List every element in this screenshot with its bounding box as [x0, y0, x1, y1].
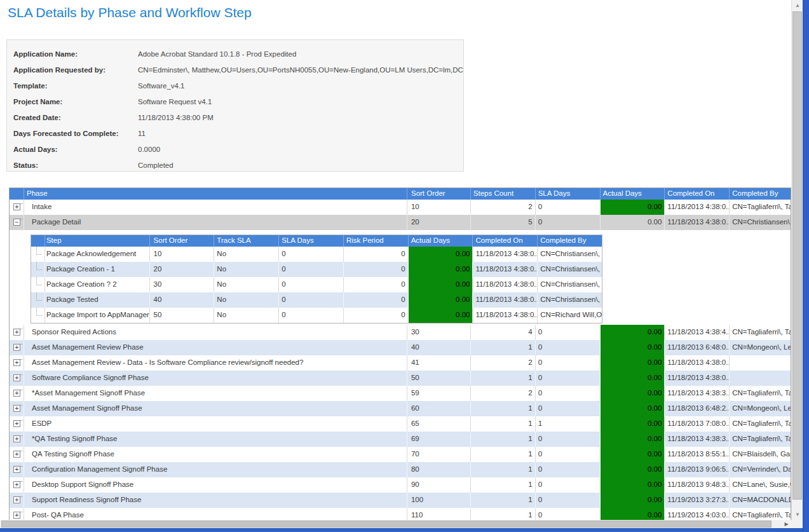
track-sla-cell: No — [214, 292, 278, 308]
actual-days-cell: 0.00 — [600, 401, 665, 416]
completed-by-cell: CN=Christiansen\, ... — [537, 247, 602, 262]
track-sla-cell: No — [214, 262, 278, 277]
sla-days-column-header: SLA Days — [278, 235, 343, 247]
steps-count-cell: 1 — [470, 447, 535, 462]
expand-icon[interactable]: + — [13, 466, 20, 473]
completed-by-cell: CN=Tagliaferri\, Ta.. — [729, 200, 791, 215]
completed-on-cell: 11/18/2013 4:38:0... — [472, 308, 537, 323]
completed-on-cell: 11/18/2013 9:48:3... — [664, 477, 729, 493]
expand-icon[interactable]: + — [13, 405, 20, 412]
expand-icon[interactable]: + — [13, 203, 20, 210]
sla-days-cell: 0 — [278, 262, 343, 277]
completed-by-cell — [729, 371, 791, 386]
sort-order-cell: 10 — [149, 247, 214, 262]
expander-cell: + — [10, 447, 24, 462]
actual-days-cell: 0.00 — [600, 325, 665, 340]
risk-period-cell: 0 — [343, 308, 408, 323]
expand-icon[interactable]: + — [13, 481, 20, 488]
phase-table: Phase Sort Order Steps Count SLA Days Ac… — [9, 188, 791, 524]
actual-days-cell: 0.00 — [600, 355, 665, 371]
table-row: + *Asset Management Signoff Phase 59 2 0… — [10, 386, 791, 401]
info-field-days-forecasted: Days Forecasted to Complete:11 — [13, 126, 463, 142]
tree-cell — [31, 308, 44, 323]
scroll-up-icon[interactable]: ▲ — [792, 0, 803, 11]
actual-days-column-header: Actual Days — [600, 188, 665, 200]
vertical-scrollbar[interactable]: ▲ ▼ — [791, 0, 803, 520]
expand-icon[interactable]: + — [13, 496, 20, 503]
step-cell: Package Tested — [44, 292, 149, 308]
sort-order-cell: 50 — [149, 308, 214, 323]
field-label: Days Forecasted to Complete: — [13, 126, 138, 142]
expand-icon[interactable]: + — [13, 451, 20, 458]
expand-icon[interactable]: + — [13, 359, 20, 366]
completed-by-cell: CN=Lane\, Susie,O... — [729, 477, 791, 493]
steps-count-cell: 2 — [470, 200, 535, 215]
phase-table-header: Phase Sort Order Steps Count SLA Days Ac… — [10, 188, 791, 200]
sort-order-cell: 20 — [407, 215, 470, 230]
completed-on-cell: 11/18/2013 6:48:2... — [664, 401, 729, 416]
tree-line — [36, 308, 42, 316]
expander-cell: + — [10, 371, 24, 386]
expand-icon[interactable]: + — [13, 374, 20, 381]
sort-order-cell: 50 — [407, 371, 470, 386]
completed-on-cell: 11/18/2013 4:38:0... — [472, 277, 537, 292]
table-row-expanded: − Package Detail 20 5 0 0.00 11/18/2013 … — [10, 215, 791, 230]
info-field-status: Status:Completed — [13, 158, 463, 172]
expand-icon[interactable]: + — [13, 329, 20, 336]
phase-cell: Intake — [24, 200, 407, 215]
vertical-scrollbar-thumb[interactable] — [792, 11, 802, 500]
field-value: 11 — [138, 130, 146, 137]
scroll-right-icon[interactable]: ▶ — [782, 520, 791, 528]
field-value: Adobe Acrobat Standard 10.1.8 - Prod Exp… — [138, 50, 296, 58]
table-row: + Asset Management Review Phase 40 1 0 0… — [10, 340, 791, 355]
completed-by-column-header: Completed By — [537, 235, 602, 247]
phase-cell: Software Compliance Signoff Phase — [24, 371, 407, 386]
sla-days-cell: 0 — [535, 386, 600, 401]
expand-icon[interactable]: + — [13, 512, 20, 519]
completed-by-cell: CN=Blaisdell\, Gar... — [729, 447, 791, 462]
step-cell: Package Import to AppManager — [44, 308, 149, 323]
phase-cell: *Asset Management Signoff Phase — [24, 386, 407, 401]
completed-on-cell: 11/18/2013 4:38:3... — [664, 432, 729, 447]
risk-period-column-header: Risk Period — [343, 235, 408, 247]
completed-on-cell: 11/18/2013 9:06:5... — [664, 462, 729, 477]
field-label: Actual Days: — [13, 142, 138, 158]
table-row: + Configuration Management Signoff Phase… — [10, 462, 791, 477]
horizontal-scrollbar-thumb[interactable] — [1, 521, 772, 528]
completed-by-cell: CN=Mongeon\, Le... — [729, 401, 791, 416]
table-row: + Asset Management Signoff Phase 60 1 0 … — [10, 401, 791, 416]
collapse-icon[interactable]: − — [13, 219, 20, 226]
completed-on-cell: 11/19/2013 3:27:3... — [664, 493, 729, 508]
horizontal-scrollbar[interactable]: ▶ — [0, 520, 791, 528]
report-page: SLA Details by Phase and Workflow Step A… — [0, 0, 809, 532]
steps-count-cell: 4 — [470, 325, 535, 340]
track-sla-column-header: Track SLA — [214, 235, 278, 247]
field-value: Completed — [138, 161, 173, 169]
info-field-actual-days: Actual Days:0.0000 — [13, 142, 463, 158]
field-value: CN=Edminster\, Matthew,OU=Users,OU=Ports… — [138, 66, 464, 74]
completed-on-cell: 11/18/2013 4:38:0... — [472, 262, 537, 277]
scroll-down-icon[interactable]: ▼ — [792, 509, 803, 520]
phase-cell: ESDP — [24, 416, 407, 432]
expand-icon[interactable]: + — [13, 344, 20, 351]
sla-days-cell: 0 — [535, 447, 600, 462]
phase-cell: Asset Management Review - Data - Is Soft… — [24, 355, 407, 371]
phase-cell: Desktop Support Signoff Phase — [24, 477, 407, 493]
expand-icon[interactable]: + — [13, 420, 20, 427]
sla-days-cell: 0 — [535, 215, 600, 230]
field-label: Status: — [13, 158, 138, 172]
completed-by-cell: CN=Tagliaferri\, Ta.. — [729, 325, 791, 340]
table-row: + *QA Testing Signoff Phase 69 1 0 0.00 … — [10, 432, 791, 447]
sort-order-cell: 20 — [149, 262, 214, 277]
actual-days-column-header: Actual Days — [408, 235, 473, 247]
sort-order-cell: 59 — [407, 386, 470, 401]
sort-order-cell: 30 — [407, 325, 470, 340]
expand-icon[interactable]: + — [13, 435, 20, 442]
expander-cell: + — [10, 200, 24, 215]
expand-icon[interactable]: + — [13, 390, 20, 397]
sort-order-cell: 90 — [407, 477, 470, 493]
completed-by-cell: CN=Christiansen\, ... — [729, 215, 791, 230]
steps-count-cell: 1 — [470, 340, 535, 355]
tree-cell — [31, 247, 44, 262]
completed-on-cell: 11/18/2013 4:38:0... — [664, 200, 729, 215]
